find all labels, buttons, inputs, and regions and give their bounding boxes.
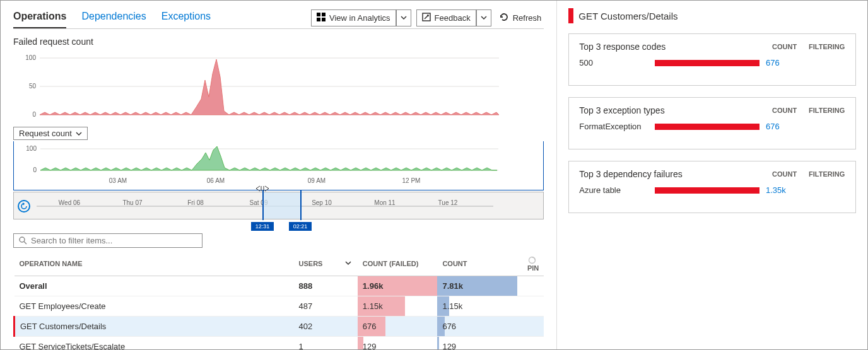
feedback-button[interactable]: Feedback [416,9,476,26]
card-col-count: COUNT [772,170,809,178]
table-row[interactable]: GET ServiceTickets/Escalate1129129 [15,336,544,349]
op-users: 1 [294,336,341,349]
col-sort[interactable] [340,252,357,276]
card-col-filter: FILTERING [809,43,845,50]
card-col-filter: FILTERING [809,170,845,178]
op-failed: 1.15k [358,296,438,316]
response-code-row[interactable]: 500 676 [579,58,845,67]
svg-text:Mon 11: Mon 11 [374,199,396,206]
svg-point-27 [20,237,25,242]
analytics-icon [317,13,326,23]
op-name: GET Employees/Create [15,296,294,316]
table-row[interactable]: GET Employees/Create4871.15k1.15k [15,296,544,316]
card-col-count: COUNT [772,107,809,114]
op-count: 676 [437,316,517,336]
detail-title: GET Customers/Details [578,11,677,21]
feedback-icon [422,13,431,23]
op-count: 1.15k [437,296,517,316]
svg-text:09 AM: 09 AM [308,177,326,184]
svg-text:12 PM: 12 PM [402,177,421,184]
navigator-selection[interactable] [262,192,300,219]
tab-dependencies[interactable]: Dependencies [81,7,146,28]
exception-type-count[interactable]: 676 [766,122,802,131]
view-in-analytics-button[interactable]: View in Analytics [311,9,396,26]
resize-icon[interactable] [255,185,270,194]
svg-rect-0 [317,13,320,16]
exception-type-label: FormatException [579,122,648,131]
tab-exceptions[interactable]: Exceptions [161,7,211,28]
card-dependency-failures-title: Top 3 dependency failures [579,169,772,179]
card-response-codes-title: Top 3 response codes [579,42,772,52]
navigator-reset-button[interactable] [18,200,30,213]
op-users: 888 [294,276,341,296]
table-row[interactable]: GET Customers/Details402676676 [15,316,544,336]
chevron-down-icon [401,13,407,23]
card-col-filter: FILTERING [809,107,845,114]
op-users: 487 [294,296,341,316]
op-failed: 129 [358,336,438,349]
op-name: GET ServiceTickets/Escalate [15,336,294,349]
svg-text:03 AM: 03 AM [109,177,127,184]
col-users[interactable]: USERS [294,252,341,276]
svg-text:06 AM: 06 AM [207,177,225,184]
svg-text:0: 0 [32,111,36,118]
op-failed: 676 [358,316,438,336]
response-code-label: 500 [579,58,648,67]
svg-text:100: 100 [25,54,36,61]
refresh-label: Refresh [513,13,542,23]
svg-text:Sep 10: Sep 10 [312,199,332,206]
chevron-down-icon [345,260,351,266]
col-count[interactable]: COUNT [437,252,517,276]
op-name: GET Customers/Details [15,316,294,336]
svg-text:Thu 07: Thu 07 [122,199,143,206]
card-col-count: COUNT [772,43,809,50]
svg-text:0: 0 [33,166,37,173]
svg-line-28 [24,242,26,244]
svg-text:Wed 06: Wed 06 [59,199,81,206]
search-icon [19,236,27,245]
request-count-dropdown[interactable]: Request count [13,127,88,140]
time-navigator[interactable]: Wed 06 Thu 07 Fri 08 Sat 09 Sep 10 Mon 1… [13,192,544,219]
col-count-failed[interactable]: COUNT (FAILED) [358,252,438,276]
svg-rect-2 [317,18,320,21]
pin-icon [528,256,536,264]
navigator-start-label: 12:31 [251,222,274,231]
operations-table: OPERATION NAME USERS COUNT (FAILED) COUN… [13,252,544,349]
feedback-label: Feedback [435,13,471,23]
svg-text:Tue 12: Tue 12 [438,199,458,206]
response-code-count[interactable]: 676 [766,58,802,67]
navigator-end-handle[interactable]: 02:21 [298,189,303,222]
view-in-analytics-chevron[interactable] [396,9,411,26]
svg-rect-1 [322,13,326,16]
svg-text:100: 100 [26,145,37,152]
dependency-failure-bar [655,187,760,194]
request-count-dropdown-label: Request count [19,129,72,138]
feedback-chevron[interactable] [476,9,491,26]
response-code-bar [655,60,760,66]
refresh-button[interactable]: Refresh [496,9,544,26]
tab-operations[interactable]: Operations [13,7,66,28]
search-input[interactable] [31,236,197,245]
card-exception-types: Top 3 exception types COUNT FILTERING Fo… [568,97,856,149]
svg-text:50: 50 [29,83,37,90]
overall[interactable]: Overall8881.96k7.81k [15,276,544,296]
dependency-failure-count[interactable]: 1.35k [766,185,802,195]
exception-type-bar [655,124,760,130]
exception-type-row[interactable]: FormatException 676 [579,122,845,131]
chevron-down-icon [481,13,487,23]
svg-rect-3 [322,18,326,21]
view-in-analytics-label: View in Analytics [329,13,390,23]
refresh-icon [499,12,509,24]
op-name: Overall [15,276,294,296]
op-failed: 1.96k [358,276,438,296]
navigator-end-label: 02:21 [289,222,312,231]
search-input-wrap[interactable] [13,233,202,248]
dependency-failure-row[interactable]: Azure table 1.35k [579,185,845,195]
svg-text:Fri 08: Fri 08 [187,199,204,206]
detail-marker [568,8,573,23]
failed-request-chart: 100 50 0 [13,52,499,121]
col-pin[interactable]: PIN [517,252,544,276]
col-operation-name[interactable]: OPERATION NAME [15,252,294,276]
failed-request-title: Failed request count [13,37,544,47]
op-count: 7.81k [437,276,517,296]
